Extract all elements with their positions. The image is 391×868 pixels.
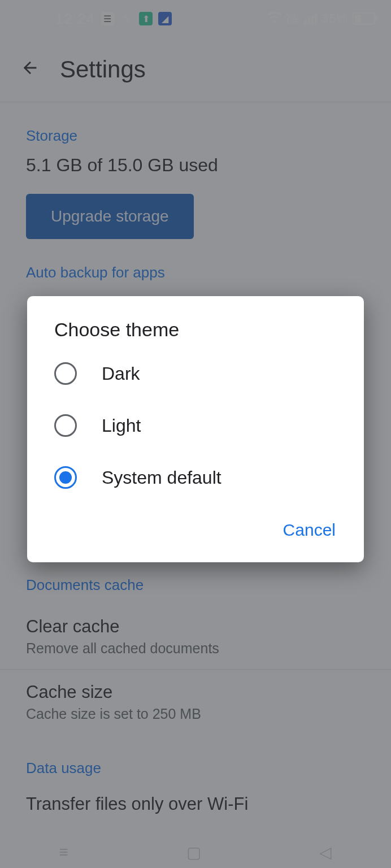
dialog-title: Choose theme [27, 319, 364, 348]
theme-option-system-default[interactable]: System default [27, 452, 364, 504]
theme-option-light[interactable]: Light [27, 400, 364, 452]
theme-option-label: System default [102, 467, 221, 488]
theme-option-dark[interactable]: Dark [27, 348, 364, 400]
cancel-button[interactable]: Cancel [277, 514, 341, 546]
radio-icon-checked [54, 466, 77, 489]
theme-option-label: Light [102, 415, 141, 436]
theme-dialog: Choose theme Dark Light System default C… [27, 296, 364, 562]
radio-icon [54, 414, 77, 437]
theme-option-label: Dark [102, 363, 140, 384]
radio-icon [54, 362, 77, 385]
